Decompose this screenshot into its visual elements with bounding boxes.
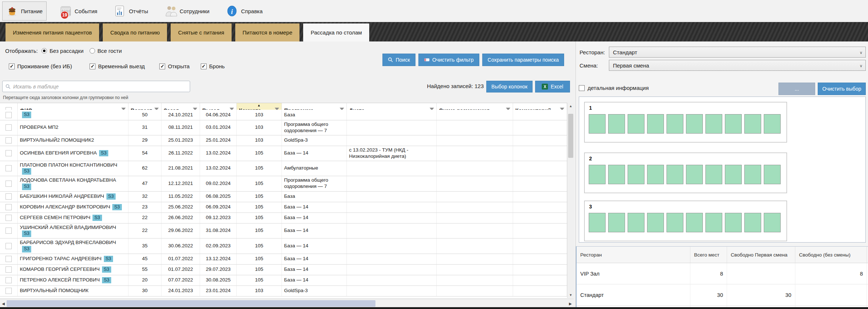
seat-free[interactable] [608,114,625,134]
seat-free[interactable] [744,165,761,184]
radio-option[interactable]: Без рассадки [41,48,84,54]
filter-checkbox-2[interactable]: ✓Временный выезд [90,63,145,69]
seat-free[interactable] [608,213,625,232]
row-checkbox[interactable] [6,215,12,221]
row-checkbox[interactable] [6,150,12,156]
choose-columns-button[interactable]: Выбор колонок [486,81,533,92]
more-options-button[interactable]: ... [778,83,815,95]
seat-free[interactable] [589,213,606,232]
table-row[interactable]: ВИРТУАЛЬНЫЙ2 ПОМОЩНИК22925.01.202325.01.… [0,135,567,146]
checkbox-icon[interactable]: ✓ [9,63,15,69]
radio-icon[interactable] [41,48,47,54]
tab-рассадка-по-столам[interactable]: Рассадка по столам [303,23,369,41]
scroll-up-icon[interactable]: ▲ [567,103,574,109]
seat-free[interactable] [647,114,664,134]
checkbox-icon[interactable]: ✓ [201,63,207,69]
seat-free[interactable] [705,165,722,184]
row-checkbox[interactable] [6,228,12,234]
seat-free[interactable] [764,213,781,232]
horizontal-scroll-thumb[interactable] [7,300,375,307]
table-row[interactable]: S35024.10.202104.06.2024103База [0,110,567,120]
row-checkbox[interactable] [6,277,12,283]
seat-free[interactable] [589,114,606,134]
vertical-scroll-thumb[interactable] [568,114,573,158]
clear-filter-button[interactable]: Очистить фильтр [418,54,479,66]
table-row[interactable]: ПРОВЕРКА МП23108.11.202103.01.2024103Про… [0,120,567,135]
toolbar-item-staff[interactable]: Сотрудники [161,1,213,21]
row-checkbox[interactable] [6,266,12,273]
seat-free[interactable] [686,114,703,134]
checkbox-icon[interactable]: ✓ [90,63,95,69]
seat-free[interactable] [705,114,722,134]
seat-free[interactable] [647,213,664,232]
filter-checkbox-4[interactable]: ✓Бронь [201,63,225,69]
table-row[interactable]: УШИНСКИЙ АЛЕКСЕЙ ВЛАДИМИРОВИЧS32229.06.2… [0,223,567,239]
table-row[interactable]: ЛОДОЧОВА СВЕТЛАНА КОНДРАТЬЕВНАS34712.12.… [0,176,567,192]
row-checkbox[interactable] [6,165,12,171]
table-search-input[interactable]: Искать в таблице [2,81,190,92]
table-row[interactable]: КОМАРОВ ГЕОРГИЙ СЕРГЕЕВИЧS35501.07.20222… [0,265,567,275]
clear-selection-button[interactable]: Очистить выбор [818,83,866,95]
seat-free[interactable] [725,213,742,232]
seat-free[interactable] [764,114,781,134]
seat-free[interactable] [647,165,664,184]
dining-table-1[interactable]: 1 [584,102,787,142]
toolbar-item-report[interactable]: Отчёты [110,1,152,21]
table-row[interactable]: ОСИНЕВА ЕВГЕНИЯ ИГОРЕВНАS35426.11.202213… [0,146,567,161]
search-button[interactable]: Поиск [382,54,415,66]
seat-free[interactable] [667,114,683,134]
toolbar-item-info[interactable]: iСправка [223,1,266,21]
seat-free[interactable] [744,114,761,134]
table-row[interactable]: ГРИГОРЕНКО ТАРАС АНДРЕЕВИЧS34501.07.2022… [0,254,567,265]
toolbar-item-calendar[interactable]: 19События [56,1,101,21]
filter-checkbox-3[interactable]: ✓Открыта [159,63,189,69]
radio-icon[interactable] [90,48,95,54]
row-checkbox[interactable] [6,204,12,210]
vertical-scrollbar[interactable]: ▲ ▼ [567,103,574,298]
row-checkbox[interactable] [6,124,12,131]
row-checkbox[interactable] [6,256,12,262]
tab-изменения-питания-пациентов[interactable]: Изменения питания пациентов [6,23,99,41]
seat-free[interactable] [705,213,722,232]
table-row[interactable]: СЕРГЕЕВ СЕМЕН ПЕТРОВИЧS32226.06.202209.1… [0,213,567,223]
shift-select[interactable]: Первая смена ∨ [609,60,866,71]
checkbox-icon[interactable]: ✓ [159,63,165,69]
row-checkbox[interactable] [6,243,12,249]
filter-checkbox-1[interactable]: ✓Проживание (без ИБ) [9,63,72,69]
table-row[interactable]: ВИРТУАЛЬНЫЙ ПОМОЩНИК3024.01.202323.01.20… [0,286,567,297]
save-search-params-button[interactable]: Сохранить параметры поиска [482,54,564,66]
row-checkbox[interactable] [6,112,12,118]
scroll-down-icon[interactable]: ▼ [567,292,574,298]
scroll-left-icon[interactable]: ◀ [0,299,7,308]
seat-free[interactable] [667,213,683,232]
table-row[interactable]: БАРБАРИСОВ ЭДУАРД ВЯЧЕСЛАВОВИЧS33530.06.… [0,239,567,254]
tab-снятые-с-питания[interactable]: Снятые с питания [171,23,231,41]
table-row[interactable]: КОРОВИН АЛЕКСАНДР ВИКТОРОВИЧS32325.06.20… [0,202,567,213]
table-row[interactable]: БАБУШКИН НИКОЛАЙ АНДРЕЕВИЧS33211.05.2022… [0,192,567,202]
seat-free[interactable] [744,213,761,232]
seat-free[interactable] [686,165,703,184]
tab-сводка-по-питанию[interactable]: Сводка по питанию [103,23,167,41]
row-checkbox[interactable] [6,288,12,294]
dining-table-2[interactable]: 2 [584,153,787,193]
horizontal-scrollbar[interactable]: ◀ ▶ [0,299,574,308]
seat-free[interactable] [628,213,644,232]
summary-row[interactable]: VIP Зал88 [577,263,868,284]
table-row[interactable]: ПЕТРЕНКО АЛЕКСЕЙ ПЕТРОВИЧS32007.07.20223… [0,275,567,286]
table-row[interactable]: ПЛАТОНОВ ПЛАТОН КОНСТАНТИНОВИЧS36221.08.… [0,161,567,177]
toolbar-item-cake[interactable]: Питание [2,1,47,21]
seat-free[interactable] [725,165,742,184]
seat-free[interactable] [628,165,644,184]
seat-free[interactable] [628,114,644,134]
summary-row[interactable]: Стандарт3030 [577,284,868,306]
seat-free[interactable] [764,165,781,184]
seat-free[interactable] [667,165,683,184]
scroll-right-icon[interactable]: ▶ [567,299,574,308]
dining-table-3[interactable]: 3 [584,201,787,241]
seat-free[interactable] [725,114,742,134]
detail-info-checkbox[interactable] [579,85,585,91]
radio-option[interactable]: Все гости [90,48,122,54]
row-checkbox[interactable] [6,181,12,187]
seat-free[interactable] [589,165,606,184]
row-checkbox[interactable] [6,193,12,200]
